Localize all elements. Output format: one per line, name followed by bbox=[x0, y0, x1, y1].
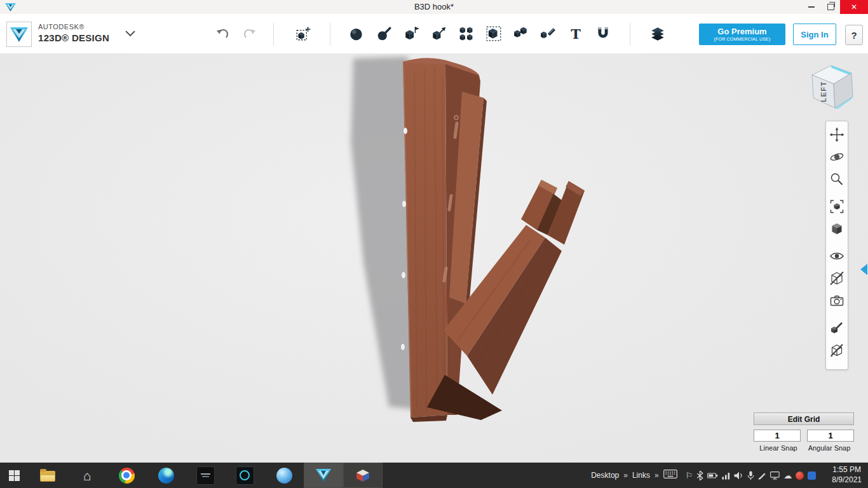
material-icon bbox=[649, 25, 666, 42]
material-pencil-icon bbox=[829, 320, 844, 336]
minimize-icon bbox=[808, 6, 815, 8]
screenshot-button[interactable] bbox=[829, 292, 845, 309]
links-toolbar-label[interactable]: Links bbox=[632, 471, 650, 480]
tool-combine-button[interactable] bbox=[510, 22, 532, 45]
taskbar-dark-app-2[interactable] bbox=[225, 463, 264, 488]
shaded-cube-icon bbox=[829, 221, 844, 236]
taskbar-3d-model-app[interactable] bbox=[343, 463, 383, 488]
tool-sketch-button[interactable] bbox=[373, 22, 396, 45]
panel-expand-arrow[interactable] bbox=[860, 264, 867, 275]
app-window: B3D hook* ✕ AUTODESK® 123D® DESIGN bbox=[0, 0, 868, 488]
start-button[interactable] bbox=[0, 463, 28, 488]
display-icon[interactable] bbox=[770, 471, 780, 480]
taskbar-home[interactable]: ⌂ bbox=[67, 463, 107, 488]
hidden-cube-icon bbox=[829, 271, 844, 286]
tool-transform-button[interactable] bbox=[292, 22, 315, 45]
brand-autodesk: AUTODESK® bbox=[38, 23, 109, 31]
shaded-view-button[interactable] bbox=[829, 220, 845, 237]
go-premium-button[interactable]: Go Premium (FOR COMMERCIAL USE) bbox=[699, 24, 785, 45]
orbit-button[interactable] bbox=[829, 149, 845, 165]
taskbar-blue-app[interactable] bbox=[264, 463, 304, 488]
text-tool-icon: T bbox=[571, 26, 581, 42]
links-overflow-chevron[interactable]: » bbox=[654, 471, 659, 480]
main-menu-chevron-icon[interactable] bbox=[125, 30, 136, 37]
construct-icon bbox=[403, 25, 420, 42]
taskbar-edge[interactable] bbox=[146, 463, 186, 488]
3d-model-app-icon bbox=[355, 468, 371, 484]
minimize-button[interactable] bbox=[802, 0, 821, 14]
app-logo-tile[interactable] bbox=[6, 22, 32, 47]
camera-icon bbox=[829, 293, 844, 308]
model-hook[interactable] bbox=[401, 58, 585, 422]
tool-text-button[interactable]: T bbox=[564, 22, 587, 45]
sign-in-button[interactable]: Sign In bbox=[793, 24, 836, 45]
tool-modify-button[interactable] bbox=[428, 22, 451, 45]
tool-snap-button[interactable] bbox=[592, 22, 614, 45]
restore-button[interactable] bbox=[821, 0, 840, 14]
zoom-button[interactable] bbox=[829, 171, 845, 187]
pan-icon bbox=[829, 127, 844, 142]
volume-icon[interactable] bbox=[734, 471, 743, 480]
taskbar-123d-design[interactable] bbox=[304, 463, 343, 488]
edit-grid-header[interactable]: Edit Grid bbox=[754, 412, 854, 425]
combine-icon bbox=[513, 25, 529, 42]
tray-app-icon[interactable] bbox=[808, 471, 816, 480]
windows-logo-icon bbox=[9, 470, 20, 481]
angular-snap-label: Angular Snap bbox=[804, 444, 854, 452]
angular-snap-input[interactable] bbox=[807, 430, 854, 442]
123d-logo-icon bbox=[315, 468, 332, 483]
action-center-flag-icon[interactable]: ⚐ bbox=[686, 471, 693, 480]
tool-pattern-button[interactable] bbox=[455, 22, 478, 45]
desktop-overflow-chevron[interactable]: » bbox=[623, 471, 628, 480]
viewport-canvas[interactable]: LEFT bbox=[0, 53, 868, 463]
go-premium-sublabel: (FOR COMMERCIAL USE) bbox=[714, 36, 771, 42]
pan-button[interactable] bbox=[829, 126, 845, 143]
onedrive-cloud-icon[interactable]: ☁ bbox=[783, 471, 792, 480]
file-explorer-icon bbox=[40, 471, 55, 482]
bluetooth-icon[interactable] bbox=[696, 471, 703, 480]
touch-keyboard-button[interactable] bbox=[663, 470, 677, 481]
taskbar-dark-app-1[interactable] bbox=[186, 463, 225, 488]
zoom-fit-icon bbox=[829, 199, 844, 214]
redo-button[interactable] bbox=[238, 22, 261, 45]
tool-primitives-button[interactable] bbox=[345, 22, 368, 45]
close-button[interactable]: ✕ bbox=[840, 0, 868, 14]
help-button[interactable]: ? bbox=[845, 25, 863, 45]
undo-button[interactable] bbox=[211, 22, 234, 45]
network-signal-icon[interactable] bbox=[722, 471, 730, 480]
blue-sphere-icon bbox=[276, 468, 292, 484]
toolbar-divider bbox=[273, 23, 274, 46]
taskbar-file-explorer[interactable] bbox=[28, 463, 67, 488]
tool-measure-button[interactable] bbox=[536, 22, 559, 45]
edit-material-button[interactable] bbox=[829, 320, 845, 336]
tool-grouping-button[interactable] bbox=[482, 22, 505, 45]
view-cube[interactable]: LEFT bbox=[804, 58, 858, 117]
microphone-icon[interactable] bbox=[747, 471, 754, 480]
main-toolbar: AUTODESK® 123D® DESIGN bbox=[0, 14, 868, 54]
taskbar-chrome[interactable] bbox=[107, 463, 146, 488]
visibility-button[interactable] bbox=[829, 248, 845, 264]
hide-object-button[interactable] bbox=[829, 270, 845, 287]
viewport-3d[interactable] bbox=[0, 53, 868, 463]
tool-construct-button[interactable] bbox=[400, 22, 423, 45]
tool-material-button[interactable] bbox=[646, 22, 669, 45]
battery-icon[interactable] bbox=[707, 472, 718, 479]
linear-snap-input[interactable] bbox=[754, 430, 801, 442]
pen-icon[interactable] bbox=[758, 471, 766, 480]
windows-taskbar: ⌂ bbox=[0, 463, 868, 488]
zoom-fit-button[interactable] bbox=[829, 198, 845, 215]
redo-icon bbox=[241, 25, 258, 42]
window-title: B3D hook* bbox=[0, 0, 868, 14]
antivirus-tray-icon[interactable] bbox=[796, 471, 804, 480]
desktop-toolbar-label[interactable]: Desktop bbox=[591, 471, 619, 480]
modify-icon bbox=[431, 25, 447, 42]
magnifier-icon bbox=[829, 172, 844, 187]
home-icon: ⌂ bbox=[83, 469, 92, 482]
transform-icon bbox=[295, 25, 311, 42]
undo-icon bbox=[214, 25, 231, 42]
toolbar-divider bbox=[630, 23, 630, 46]
taskbar-clock[interactable]: 1:55 PM 8/9/2021 bbox=[832, 465, 862, 485]
toolbar-divider bbox=[330, 23, 330, 46]
toggle-outline-button[interactable] bbox=[829, 342, 845, 358]
view-cube-face-label: LEFT bbox=[820, 81, 827, 102]
